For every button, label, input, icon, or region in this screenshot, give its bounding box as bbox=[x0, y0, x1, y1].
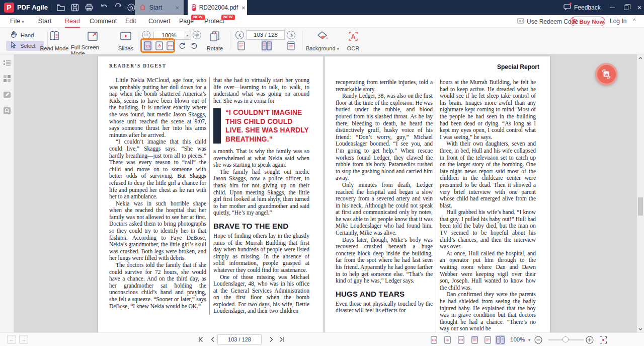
paragraph: “I couldn’t imagine that this child coul… bbox=[109, 139, 206, 200]
previous-view-button[interactable]: ← bbox=[7, 335, 16, 344]
close-button[interactable]: × bbox=[633, 0, 644, 15]
right-page-column-1-after: Even those not physically touched by the… bbox=[336, 301, 433, 314]
page-number-field[interactable]: 103 / 128 bbox=[247, 30, 285, 40]
thumbnails-icon[interactable] bbox=[3, 75, 11, 83]
background-bucket-icon bbox=[315, 30, 330, 44]
restore-button[interactable] bbox=[620, 0, 632, 15]
section-heading-brave-to-the-end: BRAVE TO THE END bbox=[213, 222, 309, 231]
save-icon[interactable] bbox=[70, 3, 80, 12]
paragraph: Randy Ledger, 38, was also on the first … bbox=[336, 93, 433, 182]
scrollbar-thumb[interactable] bbox=[638, 197, 643, 216]
next-page-button[interactable] bbox=[287, 31, 295, 39]
full-screen-mode-button[interactable]: Full Screen Mode bbox=[71, 29, 114, 53]
menu-convert[interactable]: Convert bbox=[148, 15, 171, 28]
left-page-column-1: Little Nekia McCloud, age four, who was … bbox=[109, 77, 209, 315]
feedback-label: Feedback bbox=[574, 4, 601, 11]
vertical-scrollbar[interactable] bbox=[637, 54, 644, 332]
zoom-in-button-statusbar[interactable] bbox=[585, 335, 595, 345]
single-page-view-button[interactable] bbox=[235, 40, 247, 51]
actual-size-button-statusbar[interactable]: 1:1 bbox=[429, 335, 439, 345]
pdf-page-right[interactable]: Special Report recuperating from terribl… bbox=[325, 56, 550, 332]
ocr-icon: A bbox=[347, 30, 360, 44]
rotate-cw-button[interactable] bbox=[189, 40, 199, 51]
zoom-in-button[interactable] bbox=[193, 31, 201, 39]
rotate-pages-button[interactable]: Rotate bbox=[203, 29, 226, 53]
read-mode-label: Read Mode bbox=[40, 45, 69, 51]
pdf-agile-window: P PDF Agile Start × P RD bbox=[0, 0, 644, 346]
use-redeem-code-button[interactable]: Use Redeem Code bbox=[517, 15, 578, 28]
menu-comment[interactable]: Comment bbox=[90, 15, 117, 28]
ocr-button[interactable]: A OCR bbox=[343, 29, 363, 53]
zoom-slider-knob[interactable] bbox=[562, 336, 569, 342]
left-page-column-2-section: Hope of finding others lay in the ghastl… bbox=[213, 233, 309, 315]
open-file-icon[interactable] bbox=[56, 3, 66, 12]
svg-text:1:1: 1:1 bbox=[145, 44, 150, 47]
ocr-label: OCR bbox=[347, 45, 359, 51]
feedback-button[interactable]: Feedback bbox=[564, 0, 601, 15]
slides-button[interactable]: Slides bbox=[115, 29, 137, 53]
first-page-button[interactable] bbox=[196, 335, 205, 344]
fit-width-button[interactable] bbox=[166, 40, 175, 51]
pdf-page-left[interactable]: READER’S DIGEST Little Nekia McCloud, ag… bbox=[98, 56, 324, 332]
paragraph: Even those not physically touched by the… bbox=[336, 301, 433, 314]
next-page-button-statusbar[interactable] bbox=[267, 335, 276, 344]
tab-start-close-icon[interactable]: × bbox=[175, 5, 179, 11]
rotate-pages-icon bbox=[208, 30, 221, 44]
zoom-dropdown-icon[interactable]: ▾ bbox=[184, 31, 191, 40]
undo-icon[interactable] bbox=[100, 3, 110, 12]
two-page-view-button-statusbar[interactable] bbox=[495, 335, 505, 345]
scroll-up-icon[interactable] bbox=[637, 54, 644, 61]
new-badge: NEW bbox=[191, 15, 205, 20]
actual-size-button[interactable]: 1:1 bbox=[143, 40, 152, 51]
search-icon[interactable] bbox=[3, 107, 11, 115]
previous-page-button[interactable] bbox=[235, 31, 244, 39]
select-cursor-icon bbox=[10, 41, 17, 51]
zoom-out-button-statusbar[interactable] bbox=[533, 335, 543, 345]
print-icon[interactable] bbox=[85, 3, 95, 12]
app-logo-icon: P bbox=[4, 3, 14, 13]
fit-width-button-statusbar[interactable] bbox=[456, 335, 466, 345]
collapse-ribbon-icon[interactable]: ^ bbox=[633, 15, 635, 28]
background-button[interactable]: Background▾ bbox=[305, 29, 340, 53]
redo-icon[interactable] bbox=[114, 3, 124, 12]
menu-edit[interactable]: Edit bbox=[125, 15, 136, 28]
paragraph: The doctors told the family that if she … bbox=[109, 262, 206, 310]
page-header-right: Special Report bbox=[336, 63, 539, 71]
full-screen-icon bbox=[87, 30, 99, 44]
zoom-level-dropdown[interactable]: 100% ▾ bbox=[510, 335, 530, 345]
tab-document-close-icon[interactable]: × bbox=[242, 5, 246, 11]
scroll-down-icon[interactable] bbox=[637, 325, 644, 332]
full-screen-button-statusbar[interactable] bbox=[598, 335, 608, 345]
tab-document[interactable]: P RD202004.pdf × bbox=[188, 0, 247, 15]
toolbar-divider bbox=[138, 31, 138, 50]
hand-icon bbox=[10, 31, 18, 40]
fit-page-button-statusbar[interactable] bbox=[442, 335, 452, 345]
previous-page-button-statusbar[interactable] bbox=[208, 335, 217, 344]
read-mode-button[interactable]: Read Mode bbox=[38, 29, 70, 53]
menu-file[interactable]: File▾ bbox=[10, 15, 24, 28]
menu-read[interactable]: Read bbox=[65, 15, 80, 28]
two-page-view-button[interactable] bbox=[261, 40, 272, 51]
menu-start[interactable]: Start bbox=[38, 15, 51, 28]
hand-tool-label: Hand bbox=[21, 32, 34, 38]
log-in-button[interactable]: Log In bbox=[610, 15, 626, 28]
right-page-column-1-text: recuperating from terrible injuries, tol… bbox=[336, 79, 433, 285]
bookmarks-outline-icon[interactable] bbox=[3, 59, 11, 67]
fit-page-button[interactable] bbox=[154, 40, 164, 51]
buy-now-button[interactable]: Buy Now bbox=[570, 17, 605, 26]
convert-to-word-floating-button[interactable]: W bbox=[595, 63, 617, 85]
home-icon bbox=[139, 4, 146, 12]
page-number-field-statusbar[interactable]: 103 / 128 bbox=[217, 334, 262, 344]
single-page-view-button-statusbar[interactable] bbox=[482, 335, 493, 345]
annotations-icon[interactable] bbox=[3, 91, 11, 99]
rotate-ccw-button[interactable] bbox=[177, 40, 187, 51]
cart-icon bbox=[571, 18, 577, 25]
continuous-scroll-view-button[interactable] bbox=[285, 40, 296, 51]
paragraph: that she had to virtually start her youn… bbox=[213, 77, 309, 104]
last-page-button[interactable] bbox=[277, 335, 286, 344]
paragraph: Only minutes from death, Ledger reached … bbox=[336, 182, 433, 237]
continuous-scroll-view-button-statusbar[interactable] bbox=[469, 335, 479, 345]
minimize-button[interactable] bbox=[606, 0, 618, 15]
next-view-button[interactable]: → bbox=[19, 335, 28, 344]
tab-start[interactable]: Start × bbox=[135, 0, 184, 15]
